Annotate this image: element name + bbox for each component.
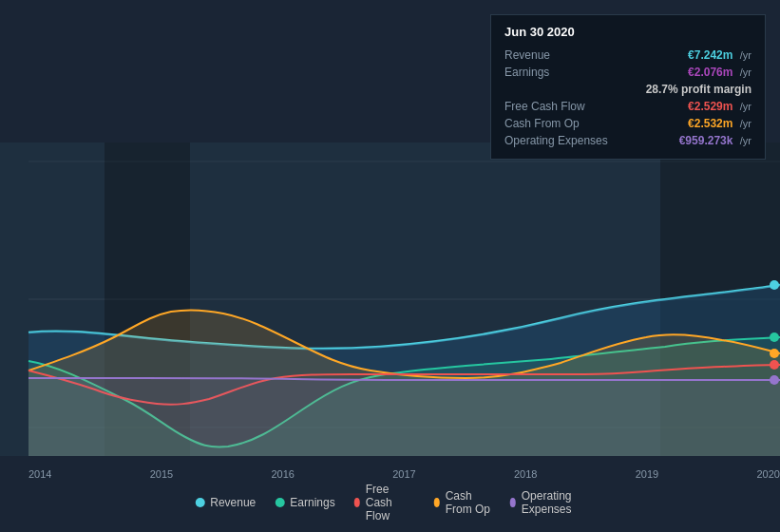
x-label-2017: 2017 [392, 468, 415, 480]
tooltip-opex-unit: /yr [740, 135, 751, 146]
legend-opex-label: Operating Expenses [522, 489, 585, 516]
tooltip-fcf-unit: /yr [740, 101, 751, 112]
tooltip-opex-value: €959.273k [679, 134, 733, 147]
x-label-2018: 2018 [514, 468, 537, 480]
data-tooltip: Jun 30 2020 Revenue €7.242m /yr Earnings… [490, 14, 766, 160]
tooltip-revenue-row: Revenue €7.242m /yr [504, 47, 751, 64]
svg-point-6 [770, 280, 779, 290]
svg-point-8 [770, 349, 779, 358]
legend-cashfromop[interactable]: Cash From Op [434, 489, 491, 516]
x-label-2020: 2020 [757, 468, 780, 480]
x-label-2015: 2015 [150, 468, 173, 480]
tooltip-revenue-unit: /yr [740, 49, 751, 61]
tooltip-margin-row: 28.7% profit margin [504, 81, 751, 98]
chart-area: €8m €0 -€2m [0, 142, 780, 456]
tooltip-earnings-label: Earnings [504, 66, 549, 79]
x-axis: 2014 2015 2016 2017 2018 2019 2020 [29, 468, 780, 480]
chart-svg [0, 142, 780, 456]
tooltip-fcf-label: Free Cash Flow [504, 100, 585, 113]
legend-fcf-dot [354, 498, 360, 507]
legend-earnings[interactable]: Earnings [275, 496, 334, 509]
svg-point-9 [770, 360, 779, 370]
tooltip-earnings-row: Earnings €2.076m /yr [504, 64, 751, 81]
tooltip-earnings-value: €2.076m [688, 66, 732, 79]
tooltip-fcf-row: Free Cash Flow €2.529m /yr [504, 98, 751, 115]
legend-revenue-dot [195, 498, 204, 507]
svg-point-10 [770, 375, 779, 385]
tooltip-date: Jun 30 2020 [504, 25, 751, 39]
legend-earnings-label: Earnings [290, 496, 334, 509]
tooltip-revenue-value: €7.242m [688, 48, 732, 62]
legend-opex-dot [510, 498, 516, 507]
legend-revenue-label: Revenue [210, 496, 256, 509]
legend-cashfromop-dot [434, 498, 440, 507]
x-label-2019: 2019 [636, 468, 658, 480]
tooltip-revenue-label: Revenue [504, 48, 550, 62]
tooltip-cashfromop-label: Cash From Op [504, 117, 580, 130]
tooltip-cashfromop-unit: /yr [740, 118, 751, 129]
chart-legend: Revenue Earnings Free Cash Flow Cash Fro… [195, 483, 585, 522]
tooltip-earnings-unit: /yr [740, 66, 751, 78]
legend-revenue[interactable]: Revenue [195, 496, 256, 509]
tooltip-cashfromop-row: Cash From Op €2.532m /yr [504, 115, 751, 132]
tooltip-cashfromop-value: €2.532m [688, 117, 732, 130]
legend-earnings-dot [275, 498, 284, 507]
tooltip-fcf-value: €2.529m [688, 100, 732, 113]
legend-fcf[interactable]: Free Cash Flow [354, 483, 415, 522]
x-label-2016: 2016 [272, 468, 295, 480]
tooltip-opex-label: Operating Expenses [504, 134, 608, 147]
legend-opex[interactable]: Operating Expenses [510, 489, 585, 516]
tooltip-opex-row: Operating Expenses €959.273k /yr [504, 132, 751, 149]
svg-point-7 [770, 332, 779, 342]
legend-cashfromop-label: Cash From Op [446, 489, 491, 516]
x-label-2014: 2014 [29, 468, 51, 480]
legend-fcf-label: Free Cash Flow [366, 483, 415, 522]
tooltip-margin-value: 28.7% profit margin [646, 83, 751, 96]
